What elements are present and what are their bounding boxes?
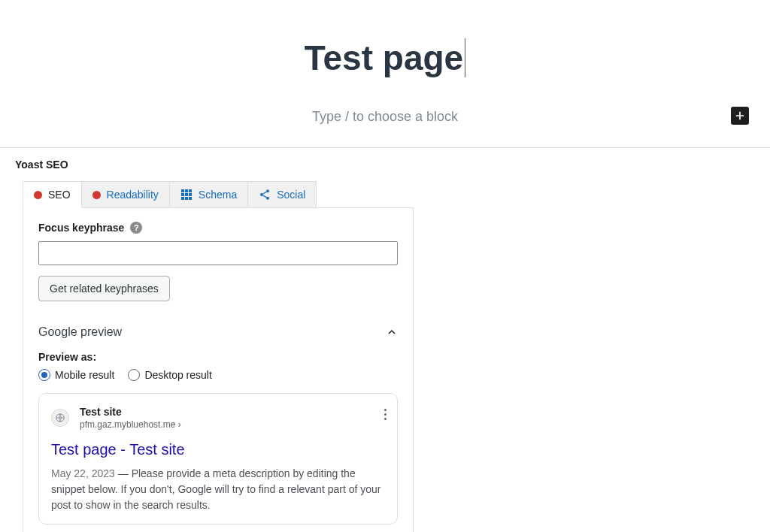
snippet-site-url: pfm.gaz.mybluehost.me › [80, 419, 181, 431]
focus-keyphrase-label: Focus keyphrase [38, 222, 124, 234]
tab-seo-label: SEO [48, 189, 71, 201]
tab-readability-label: Readability [107, 189, 159, 201]
svg-rect-0 [181, 189, 184, 192]
google-preview-label: Google preview [38, 325, 122, 339]
help-icon[interactable]: ? [130, 222, 142, 234]
snippet-header: Test site pfm.gaz.mybluehost.me › [51, 406, 385, 431]
radio-unchecked-icon [128, 369, 140, 381]
radio-checked-icon [38, 369, 50, 381]
tab-seo[interactable]: SEO [23, 181, 82, 208]
page-title[interactable]: Test page [0, 38, 770, 79]
snippet-title[interactable]: Test page - Test site [51, 441, 385, 458]
svg-point-11 [266, 197, 269, 200]
snippet-site-meta: Test site pfm.gaz.mybluehost.me › [80, 406, 181, 431]
google-preview-header[interactable]: Google preview [38, 321, 398, 343]
svg-rect-8 [189, 197, 192, 200]
preview-mobile-option[interactable]: Mobile result [38, 369, 114, 381]
snippet-description: May 22, 2023 — Please provide a meta des… [51, 466, 385, 513]
globe-icon [55, 413, 65, 423]
snippet-date: May 22, 2023 [51, 467, 115, 479]
snippet-preview-card: Test site pfm.gaz.mybluehost.me › Test p… [38, 393, 398, 524]
tab-social[interactable]: Social [248, 181, 317, 208]
page-title-text: Test page [305, 38, 465, 77]
svg-rect-2 [189, 189, 192, 192]
svg-rect-6 [181, 197, 184, 200]
readability-score-dot-icon [92, 191, 101, 199]
block-placeholder[interactable]: Type / to choose a block [0, 109, 770, 125]
grid-icon [180, 189, 192, 201]
chevron-up-icon [386, 326, 398, 338]
preview-as-options: Mobile result Desktop result [38, 369, 398, 381]
preview-as-label: Preview as: [38, 351, 398, 363]
svg-rect-5 [189, 193, 192, 196]
yoast-tabs: SEO Readability Schema Social [23, 181, 755, 208]
snippet-desc-separator: — [118, 467, 132, 479]
svg-rect-7 [185, 197, 188, 200]
svg-point-10 [260, 193, 263, 196]
snippet-more-button[interactable] [384, 409, 387, 420]
tab-social-label: Social [277, 189, 305, 201]
svg-rect-4 [185, 193, 188, 196]
preview-desktop-label: Desktop result [144, 369, 211, 381]
focus-keyphrase-row: Focus keyphrase ? [38, 222, 398, 234]
editor-area: Test page Type / to choose a block [0, 0, 770, 148]
focus-keyphrase-input[interactable] [38, 241, 398, 265]
svg-rect-1 [185, 189, 188, 192]
yoast-panel: Yoast SEO SEO Readability Schema Social [0, 148, 770, 532]
svg-rect-3 [181, 193, 184, 196]
preview-mobile-label: Mobile result [55, 369, 114, 381]
preview-desktop-option[interactable]: Desktop result [128, 369, 211, 381]
share-icon [259, 189, 271, 201]
tab-body-seo: Focus keyphrase ? Get related keyphrases… [23, 207, 414, 532]
add-block-button[interactable] [731, 107, 749, 125]
favicon-placeholder [51, 409, 69, 427]
google-preview-body: Preview as: Mobile result Desktop result [38, 351, 398, 532]
get-related-keyphrases-button[interactable]: Get related keyphrases [38, 276, 170, 301]
tab-readability[interactable]: Readability [82, 181, 170, 208]
svg-point-9 [266, 190, 269, 193]
tab-schema-label: Schema [199, 189, 237, 201]
snippet-site-name: Test site [80, 406, 181, 419]
seo-score-dot-icon [34, 191, 42, 199]
tab-schema[interactable]: Schema [170, 181, 248, 208]
yoast-panel-title: Yoast SEO [15, 159, 755, 171]
plus-icon [733, 109, 747, 122]
